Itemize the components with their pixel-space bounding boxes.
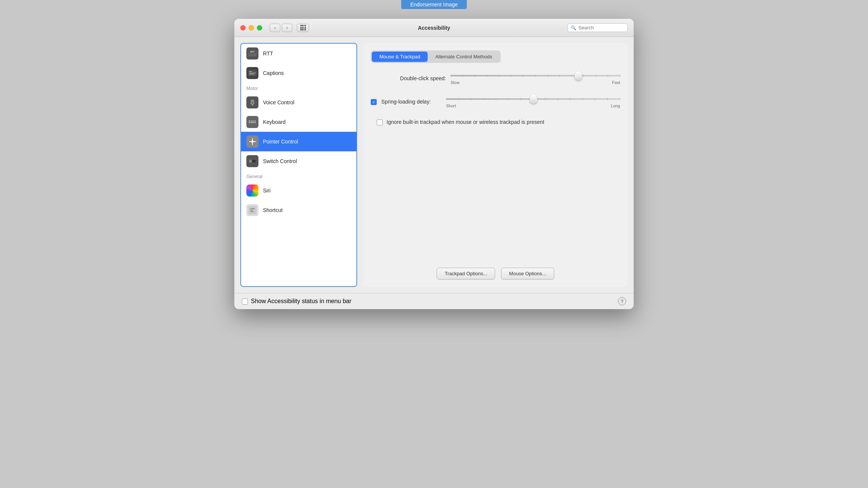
- svg-rect-27: [250, 211, 254, 212]
- tab-bar: Mouse & Trackpad Alternate Control Metho…: [371, 50, 501, 63]
- sidebar-item-captions[interactable]: Captions: [241, 63, 356, 83]
- svg-rect-14: [252, 120, 254, 122]
- sidebar-item-voice-control[interactable]: Voice Control: [241, 93, 356, 112]
- ignore-trackpad-label: Ignore built-in trackpad when mouse or w…: [387, 119, 544, 126]
- maximize-button[interactable]: [257, 25, 262, 30]
- rtt-icon: RTT: [246, 47, 258, 59]
- main-panel: Mouse & Trackpad Alternate Control Metho…: [363, 43, 628, 287]
- keyboard-icon: [246, 116, 258, 128]
- svg-rect-15: [254, 120, 256, 122]
- svg-point-9: [251, 99, 254, 103]
- mouse-options-button[interactable]: Mouse Options...: [501, 268, 554, 279]
- double-click-ticks: [451, 75, 620, 76]
- voice-control-icon: [246, 96, 258, 108]
- double-click-slider-track[interactable]: [451, 72, 620, 79]
- spring-loading-endpoints: Short Long: [446, 104, 620, 108]
- svg-point-20: [251, 140, 254, 143]
- double-click-endpoints: Slow Fast: [451, 80, 620, 85]
- svg-rect-17: [251, 122, 254, 123]
- grid-icon: [300, 25, 306, 30]
- spring-loading-row: ✓ Spring-loading delay:: [371, 95, 620, 108]
- show-status-row: Show Accessibility status in menu bar: [242, 298, 351, 305]
- spring-loading-slider-container: Short Long: [446, 95, 620, 108]
- sidebar-item-pointer-control[interactable]: Pointer Control: [241, 132, 356, 151]
- titlebar: ‹ › Accessibility 🔍: [234, 19, 634, 37]
- double-click-track-bg: [451, 75, 620, 76]
- back-button[interactable]: ‹: [270, 24, 280, 32]
- close-button[interactable]: [240, 25, 246, 30]
- sidebar-scroll: RTT RTT Captions: [241, 44, 356, 220]
- endorsement-bar: Endorsement Image: [401, 0, 467, 9]
- forward-button[interactable]: ›: [282, 24, 292, 32]
- svg-rect-12: [249, 120, 250, 122]
- double-click-thumb[interactable]: [575, 71, 582, 80]
- button-row: Trackpad Options... Mouse Options...: [371, 260, 620, 279]
- sidebar-item-shortcut-label: Shortcut: [263, 207, 283, 213]
- sidebar-item-switch-control-label: Switch Control: [263, 158, 297, 164]
- search-input[interactable]: [578, 25, 624, 30]
- double-click-fast-label: Fast: [612, 80, 620, 85]
- section-header-general: General: [241, 171, 356, 181]
- spring-loading-slider-track[interactable]: [446, 95, 620, 103]
- sidebar-item-switch-control[interactable]: Switch Control: [241, 151, 356, 171]
- captions-icon: [246, 67, 258, 79]
- double-click-label-row: Double-click speed:: [371, 72, 620, 85]
- ignore-trackpad-row: Ignore built-in trackpad when mouse or w…: [371, 119, 620, 126]
- double-click-label: Double-click speed:: [371, 75, 446, 81]
- sidebar-item-rtt-label: RTT: [263, 50, 273, 56]
- content-area: RTT RTT Captions: [234, 37, 634, 293]
- sidebar-item-siri[interactable]: Siri: [241, 181, 356, 200]
- svg-rect-2: [249, 53, 254, 54]
- search-box[interactable]: 🔍: [567, 23, 628, 32]
- svg-rect-7: [249, 71, 252, 72]
- sidebar-item-siri-label: Siri: [263, 188, 270, 194]
- spring-loading-label-row: ✓ Spring-loading delay:: [371, 95, 620, 108]
- tab-alternate-control[interactable]: Alternate Control Methods: [428, 52, 500, 62]
- window-title: Accessibility: [418, 25, 450, 31]
- section-header-motor: Motor: [241, 83, 356, 93]
- svg-rect-18: [254, 122, 256, 123]
- spring-loading-checkbox[interactable]: ✓: [371, 99, 377, 105]
- nav-buttons: ‹ ›: [270, 24, 292, 32]
- show-accessibility-checkbox[interactable]: [242, 299, 248, 305]
- svg-rect-25: [250, 208, 255, 209]
- sidebar-item-captions-label: Captions: [263, 70, 284, 76]
- svg-point-23: [249, 160, 252, 163]
- controls-area: Double-click speed:: [371, 72, 620, 126]
- switch-control-icon: [246, 155, 258, 167]
- endorsement-label: Endorsement Image: [410, 2, 458, 8]
- sidebar: RTT RTT Captions: [240, 43, 357, 287]
- tab-mouse-trackpad[interactable]: Mouse & Trackpad: [372, 52, 428, 62]
- spring-loading-long-label: Long: [611, 104, 620, 108]
- sidebar-item-keyboard-label: Keyboard: [263, 119, 286, 125]
- grid-view-button[interactable]: [297, 24, 309, 32]
- svg-rect-26: [250, 210, 253, 210]
- shortcut-icon: [246, 204, 258, 216]
- ignore-trackpad-checkbox[interactable]: [377, 119, 383, 125]
- spring-loading-track-bg: [446, 98, 620, 100]
- spring-loading-thumb[interactable]: [530, 95, 537, 104]
- minimize-button[interactable]: [249, 25, 254, 30]
- search-icon: 🔍: [571, 25, 576, 30]
- sidebar-item-pointer-control-label: Pointer Control: [263, 139, 298, 145]
- spring-loading-short-label: Short: [446, 104, 456, 108]
- siri-icon: [246, 185, 258, 197]
- sidebar-item-keyboard[interactable]: Keyboard: [241, 112, 356, 132]
- svg-rect-6: [249, 74, 254, 75]
- show-accessibility-label: Show Accessibility status in menu bar: [251, 298, 351, 305]
- trackpad-options-button[interactable]: Trackpad Options...: [437, 268, 495, 279]
- sidebar-item-rtt[interactable]: RTT RTT: [241, 44, 356, 63]
- svg-rect-5: [249, 73, 256, 73]
- bottom-bar: Show Accessibility status in menu bar ?: [234, 293, 634, 309]
- help-button[interactable]: ?: [618, 297, 626, 305]
- svg-text:RTT: RTT: [250, 51, 255, 53]
- main-window: ‹ › Accessibility 🔍: [234, 19, 634, 309]
- double-click-slow-label: Slow: [451, 80, 460, 85]
- sidebar-item-voice-control-label: Voice Control: [263, 99, 294, 105]
- double-click-speed-row: Double-click speed:: [371, 72, 620, 85]
- traffic-lights: [240, 25, 262, 30]
- sidebar-item-shortcut[interactable]: Shortcut: [241, 200, 356, 220]
- svg-rect-13: [251, 120, 252, 122]
- pointer-control-icon: [246, 136, 258, 148]
- svg-rect-16: [249, 122, 250, 123]
